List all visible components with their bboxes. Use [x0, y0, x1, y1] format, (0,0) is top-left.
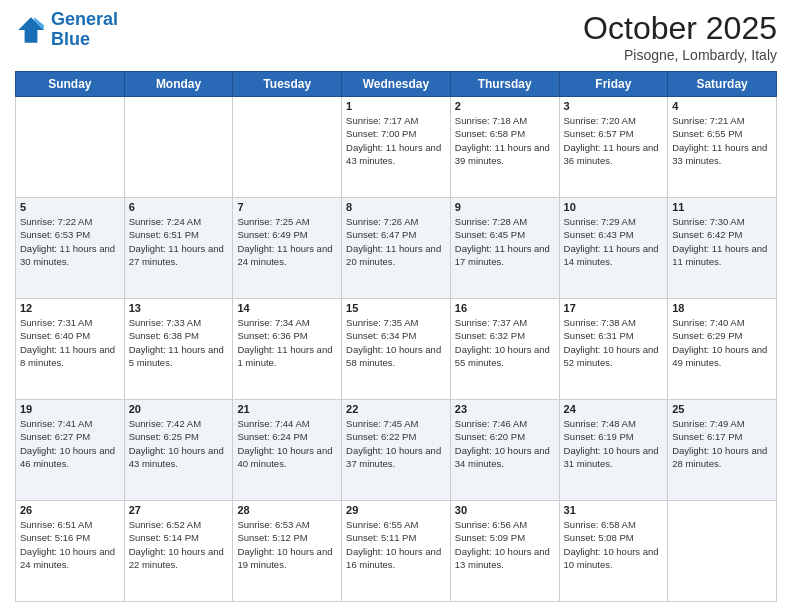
day-number: 9 — [455, 201, 555, 213]
day-number: 3 — [564, 100, 664, 112]
day-number: 4 — [672, 100, 772, 112]
day-info: Sunrise: 7:34 AM Sunset: 6:36 PM Dayligh… — [237, 316, 337, 369]
calendar-cell: 13Sunrise: 7:33 AM Sunset: 6:38 PM Dayli… — [124, 299, 233, 400]
day-info: Sunrise: 7:25 AM Sunset: 6:49 PM Dayligh… — [237, 215, 337, 268]
calendar-week-row: 19Sunrise: 7:41 AM Sunset: 6:27 PM Dayli… — [16, 400, 777, 501]
day-number: 2 — [455, 100, 555, 112]
calendar-week-row: 26Sunrise: 6:51 AM Sunset: 5:16 PM Dayli… — [16, 501, 777, 602]
calendar-cell: 17Sunrise: 7:38 AM Sunset: 6:31 PM Dayli… — [559, 299, 668, 400]
day-info: Sunrise: 7:22 AM Sunset: 6:53 PM Dayligh… — [20, 215, 120, 268]
calendar-week-row: 1Sunrise: 7:17 AM Sunset: 7:00 PM Daylig… — [16, 97, 777, 198]
calendar-cell: 8Sunrise: 7:26 AM Sunset: 6:47 PM Daylig… — [342, 198, 451, 299]
day-info: Sunrise: 7:29 AM Sunset: 6:43 PM Dayligh… — [564, 215, 664, 268]
page: General Blue October 2025 Pisogne, Lomba… — [0, 0, 792, 612]
calendar-cell: 28Sunrise: 6:53 AM Sunset: 5:12 PM Dayli… — [233, 501, 342, 602]
day-info: Sunrise: 7:31 AM Sunset: 6:40 PM Dayligh… — [20, 316, 120, 369]
day-info: Sunrise: 7:33 AM Sunset: 6:38 PM Dayligh… — [129, 316, 229, 369]
day-number: 28 — [237, 504, 337, 516]
calendar-cell — [668, 501, 777, 602]
logo: General Blue — [15, 10, 118, 50]
day-number: 23 — [455, 403, 555, 415]
day-number: 1 — [346, 100, 446, 112]
day-number: 30 — [455, 504, 555, 516]
month-title: October 2025 — [583, 10, 777, 47]
day-info: Sunrise: 7:38 AM Sunset: 6:31 PM Dayligh… — [564, 316, 664, 369]
day-number: 22 — [346, 403, 446, 415]
col-header-tuesday: Tuesday — [233, 72, 342, 97]
calendar-cell: 10Sunrise: 7:29 AM Sunset: 6:43 PM Dayli… — [559, 198, 668, 299]
day-info: Sunrise: 7:41 AM Sunset: 6:27 PM Dayligh… — [20, 417, 120, 470]
day-number: 18 — [672, 302, 772, 314]
logo-text: General Blue — [51, 10, 118, 50]
calendar-cell: 6Sunrise: 7:24 AM Sunset: 6:51 PM Daylig… — [124, 198, 233, 299]
calendar-cell: 12Sunrise: 7:31 AM Sunset: 6:40 PM Dayli… — [16, 299, 125, 400]
calendar-cell: 15Sunrise: 7:35 AM Sunset: 6:34 PM Dayli… — [342, 299, 451, 400]
day-info: Sunrise: 7:21 AM Sunset: 6:55 PM Dayligh… — [672, 114, 772, 167]
day-number: 24 — [564, 403, 664, 415]
calendar-cell: 2Sunrise: 7:18 AM Sunset: 6:58 PM Daylig… — [450, 97, 559, 198]
calendar-cell — [16, 97, 125, 198]
col-header-monday: Monday — [124, 72, 233, 97]
day-info: Sunrise: 7:35 AM Sunset: 6:34 PM Dayligh… — [346, 316, 446, 369]
day-info: Sunrise: 7:48 AM Sunset: 6:19 PM Dayligh… — [564, 417, 664, 470]
col-header-sunday: Sunday — [16, 72, 125, 97]
day-info: Sunrise: 7:42 AM Sunset: 6:25 PM Dayligh… — [129, 417, 229, 470]
day-info: Sunrise: 7:24 AM Sunset: 6:51 PM Dayligh… — [129, 215, 229, 268]
day-info: Sunrise: 6:52 AM Sunset: 5:14 PM Dayligh… — [129, 518, 229, 571]
calendar-cell: 9Sunrise: 7:28 AM Sunset: 6:45 PM Daylig… — [450, 198, 559, 299]
day-number: 13 — [129, 302, 229, 314]
day-info: Sunrise: 6:53 AM Sunset: 5:12 PM Dayligh… — [237, 518, 337, 571]
day-info: Sunrise: 7:30 AM Sunset: 6:42 PM Dayligh… — [672, 215, 772, 268]
svg-marker-0 — [18, 17, 44, 43]
calendar-cell: 31Sunrise: 6:58 AM Sunset: 5:08 PM Dayli… — [559, 501, 668, 602]
calendar-cell: 19Sunrise: 7:41 AM Sunset: 6:27 PM Dayli… — [16, 400, 125, 501]
day-info: Sunrise: 7:49 AM Sunset: 6:17 PM Dayligh… — [672, 417, 772, 470]
calendar-cell — [233, 97, 342, 198]
calendar-cell: 4Sunrise: 7:21 AM Sunset: 6:55 PM Daylig… — [668, 97, 777, 198]
calendar-table: SundayMondayTuesdayWednesdayThursdayFrid… — [15, 71, 777, 602]
calendar-cell: 14Sunrise: 7:34 AM Sunset: 6:36 PM Dayli… — [233, 299, 342, 400]
day-number: 29 — [346, 504, 446, 516]
day-info: Sunrise: 6:51 AM Sunset: 5:16 PM Dayligh… — [20, 518, 120, 571]
calendar-cell: 5Sunrise: 7:22 AM Sunset: 6:53 PM Daylig… — [16, 198, 125, 299]
day-number: 16 — [455, 302, 555, 314]
title-block: October 2025 Pisogne, Lombardy, Italy — [583, 10, 777, 63]
day-info: Sunrise: 7:18 AM Sunset: 6:58 PM Dayligh… — [455, 114, 555, 167]
day-info: Sunrise: 7:17 AM Sunset: 7:00 PM Dayligh… — [346, 114, 446, 167]
day-info: Sunrise: 7:26 AM Sunset: 6:47 PM Dayligh… — [346, 215, 446, 268]
day-info: Sunrise: 6:56 AM Sunset: 5:09 PM Dayligh… — [455, 518, 555, 571]
day-info: Sunrise: 6:55 AM Sunset: 5:11 PM Dayligh… — [346, 518, 446, 571]
calendar-week-row: 5Sunrise: 7:22 AM Sunset: 6:53 PM Daylig… — [16, 198, 777, 299]
calendar-cell: 30Sunrise: 6:56 AM Sunset: 5:09 PM Dayli… — [450, 501, 559, 602]
day-number: 12 — [20, 302, 120, 314]
day-number: 15 — [346, 302, 446, 314]
calendar-cell: 1Sunrise: 7:17 AM Sunset: 7:00 PM Daylig… — [342, 97, 451, 198]
col-header-friday: Friday — [559, 72, 668, 97]
day-info: Sunrise: 7:28 AM Sunset: 6:45 PM Dayligh… — [455, 215, 555, 268]
day-number: 26 — [20, 504, 120, 516]
day-number: 27 — [129, 504, 229, 516]
day-number: 7 — [237, 201, 337, 213]
day-info: Sunrise: 6:58 AM Sunset: 5:08 PM Dayligh… — [564, 518, 664, 571]
calendar-cell: 26Sunrise: 6:51 AM Sunset: 5:16 PM Dayli… — [16, 501, 125, 602]
day-number: 25 — [672, 403, 772, 415]
calendar-cell: 25Sunrise: 7:49 AM Sunset: 6:17 PM Dayli… — [668, 400, 777, 501]
calendar-cell: 21Sunrise: 7:44 AM Sunset: 6:24 PM Dayli… — [233, 400, 342, 501]
day-number: 6 — [129, 201, 229, 213]
col-header-saturday: Saturday — [668, 72, 777, 97]
calendar-cell — [124, 97, 233, 198]
calendar-cell: 23Sunrise: 7:46 AM Sunset: 6:20 PM Dayli… — [450, 400, 559, 501]
day-number: 17 — [564, 302, 664, 314]
calendar-cell: 18Sunrise: 7:40 AM Sunset: 6:29 PM Dayli… — [668, 299, 777, 400]
day-info: Sunrise: 7:40 AM Sunset: 6:29 PM Dayligh… — [672, 316, 772, 369]
col-header-thursday: Thursday — [450, 72, 559, 97]
calendar-cell: 29Sunrise: 6:55 AM Sunset: 5:11 PM Dayli… — [342, 501, 451, 602]
day-number: 14 — [237, 302, 337, 314]
day-info: Sunrise: 7:46 AM Sunset: 6:20 PM Dayligh… — [455, 417, 555, 470]
calendar-cell: 27Sunrise: 6:52 AM Sunset: 5:14 PM Dayli… — [124, 501, 233, 602]
location-subtitle: Pisogne, Lombardy, Italy — [583, 47, 777, 63]
day-number: 20 — [129, 403, 229, 415]
calendar-header-row: SundayMondayTuesdayWednesdayThursdayFrid… — [16, 72, 777, 97]
logo-icon — [15, 14, 47, 46]
day-info: Sunrise: 7:20 AM Sunset: 6:57 PM Dayligh… — [564, 114, 664, 167]
